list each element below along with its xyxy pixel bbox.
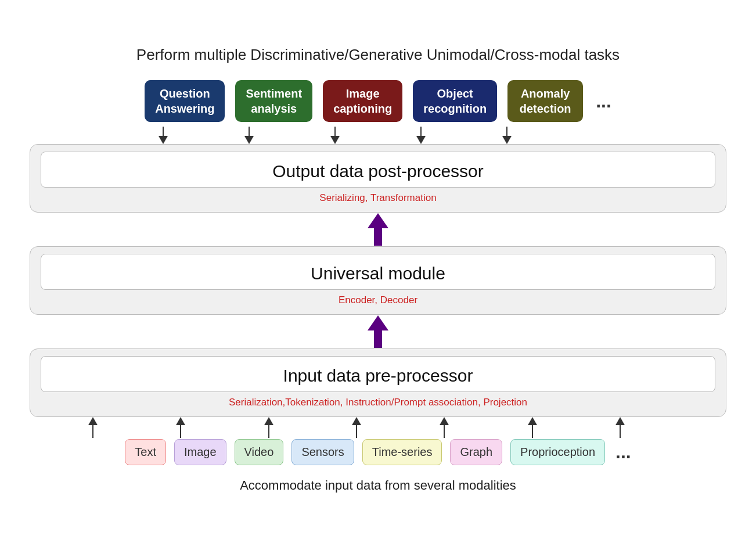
arrows-tasks-to-postprocessor bbox=[30, 122, 726, 144]
arrows-modalities-to-preprocessor bbox=[30, 417, 726, 439]
modality-sensors: Sensors bbox=[291, 439, 354, 465]
arrow-image-up bbox=[141, 417, 220, 438]
purple-shaft-1 bbox=[374, 228, 382, 246]
arrow-proprioception-up bbox=[581, 417, 660, 438]
main-diagram: Perform multiple Discriminative/Generati… bbox=[30, 46, 726, 493]
preprocessor-title: Input data pre-processor bbox=[53, 366, 703, 386]
arrow-sensors-up bbox=[316, 417, 396, 438]
purple-arrowhead-2 bbox=[368, 315, 388, 330]
modality-graph: Graph bbox=[450, 439, 502, 465]
arrow-object bbox=[383, 136, 459, 144]
postprocessor-subtitle: Serializing, Transformation bbox=[41, 192, 715, 204]
arrow-postprocessor-to-universal bbox=[368, 213, 388, 246]
purple-arrow-up-2 bbox=[368, 315, 388, 348]
top-title: Perform multiple Discriminative/Generati… bbox=[136, 46, 620, 64]
preprocessor-subtitle: Serialization,Tokenization, Instruction/… bbox=[41, 397, 715, 408]
purple-arrow-up-1 bbox=[368, 213, 388, 246]
postprocessor-title: Output data post-processor bbox=[53, 161, 703, 181]
task-captioning: Imagecaptioning bbox=[323, 80, 402, 122]
modality-video: Video bbox=[235, 439, 284, 465]
task-object: Objectrecognition bbox=[413, 80, 497, 122]
task-sentiment: Sentimentanalysis bbox=[235, 80, 312, 122]
postprocessor-inner: Output data post-processor bbox=[41, 152, 715, 188]
arrow-captioning bbox=[297, 136, 373, 144]
universal-module-box: Universal module Encoder, Decoder bbox=[30, 246, 726, 315]
arrow-video-up bbox=[229, 417, 308, 438]
task-qa: QuestionAnswering bbox=[145, 80, 225, 122]
task-anomaly: Anomalydetection bbox=[507, 80, 583, 122]
arrow-sentiment bbox=[211, 136, 287, 144]
bottom-title: Accommodate input data from several moda… bbox=[240, 478, 516, 493]
arrow-qa bbox=[125, 136, 201, 144]
universal-module-title: Universal module bbox=[53, 264, 703, 283]
universal-module-inner: Universal module bbox=[41, 254, 715, 290]
arrow-universal-to-preprocessor bbox=[368, 315, 388, 348]
purple-shaft-2 bbox=[374, 330, 382, 348]
modality-text: Text bbox=[125, 439, 166, 465]
tasks-ellipsis: ... bbox=[596, 91, 611, 112]
tasks-row: QuestionAnswering Sentimentanalysis Imag… bbox=[30, 80, 726, 122]
preprocessor-inner: Input data pre-processor bbox=[41, 356, 715, 392]
modality-proprioception: Proprioception bbox=[510, 439, 605, 465]
modalities-row: Text Image Video Sensors Time-series Gra… bbox=[30, 439, 726, 465]
purple-arrowhead-1 bbox=[368, 213, 388, 228]
arrow-graph-up bbox=[492, 417, 572, 438]
modalities-ellipsis: ... bbox=[615, 441, 631, 463]
arrow-timeseries-up bbox=[405, 417, 484, 438]
postprocessor-box: Output data post-processor Serializing, … bbox=[30, 144, 726, 213]
modality-image: Image bbox=[174, 439, 226, 465]
preprocessor-box: Input data pre-processor Serialization,T… bbox=[30, 348, 726, 417]
modality-timeseries: Time-series bbox=[362, 439, 442, 465]
arrow-text-up bbox=[53, 417, 132, 438]
universal-module-subtitle: Encoder, Decoder bbox=[41, 294, 715, 306]
arrow-anomaly bbox=[469, 136, 545, 144]
